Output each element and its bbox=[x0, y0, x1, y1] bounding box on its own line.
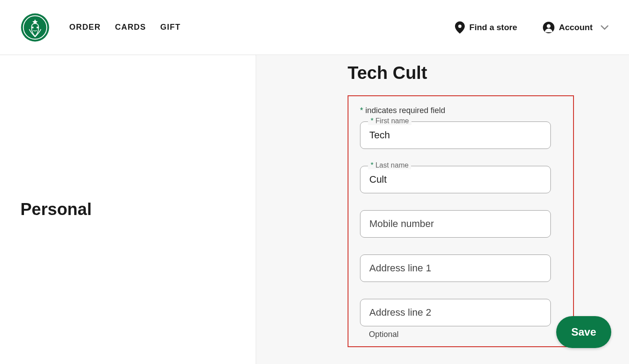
nav-order[interactable]: ORDER bbox=[69, 23, 101, 32]
mobile-input[interactable] bbox=[360, 210, 551, 238]
address1-field-wrapper bbox=[360, 254, 562, 282]
section-title: Personal bbox=[20, 200, 92, 219]
last-name-field-wrapper: * Last name bbox=[360, 166, 562, 193]
asterisk-icon: * bbox=[360, 106, 363, 115]
chevron-down-icon bbox=[601, 25, 609, 30]
page-title: Tech Cult bbox=[348, 63, 610, 83]
location-pin-icon bbox=[455, 21, 465, 34]
address2-input[interactable] bbox=[360, 299, 551, 326]
first-name-field-wrapper: * First name bbox=[360, 121, 562, 149]
svg-point-3 bbox=[36, 27, 38, 28]
account-menu[interactable]: Account bbox=[543, 22, 609, 33]
account-icon bbox=[543, 22, 554, 33]
svg-point-5 bbox=[547, 24, 551, 28]
address2-field-wrapper: Optional bbox=[360, 299, 562, 339]
mobile-field-wrapper bbox=[360, 210, 562, 238]
nav-cards[interactable]: CARDS bbox=[115, 23, 146, 32]
last-name-label: * Last name bbox=[368, 161, 411, 169]
first-name-label: * First name bbox=[368, 117, 411, 125]
account-label: Account bbox=[559, 23, 593, 32]
svg-point-0 bbox=[21, 13, 49, 41]
left-panel: Personal bbox=[0, 55, 256, 364]
nav-gift[interactable]: GIFT bbox=[160, 23, 181, 32]
required-note-text: indicates required field bbox=[363, 106, 445, 115]
address1-input[interactable] bbox=[360, 254, 551, 282]
find-store-link[interactable]: Find a store bbox=[455, 21, 517, 34]
header: ORDER CARDS GIFT Find a store Account bbox=[0, 0, 629, 55]
svg-point-2 bbox=[32, 27, 34, 28]
last-name-input[interactable] bbox=[360, 166, 551, 193]
brand-logo[interactable] bbox=[20, 13, 50, 42]
main: Personal Tech Cult * indicates required … bbox=[0, 55, 629, 364]
save-button[interactable]: Save bbox=[556, 316, 611, 348]
nav-secondary: Find a store Account bbox=[455, 21, 609, 34]
first-name-input[interactable] bbox=[360, 121, 551, 149]
find-store-label: Find a store bbox=[469, 23, 517, 32]
nav-primary: ORDER CARDS GIFT bbox=[69, 23, 181, 32]
address2-helper: Optional bbox=[360, 330, 562, 339]
required-note: * indicates required field bbox=[360, 106, 562, 115]
personal-form: * indicates required field * First name … bbox=[348, 95, 574, 347]
